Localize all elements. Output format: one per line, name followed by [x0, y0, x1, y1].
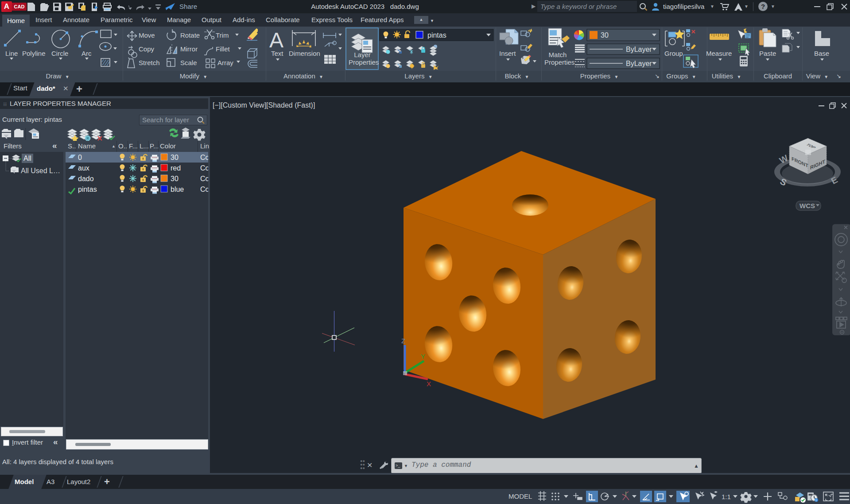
- svg-text:aux: aux: [78, 164, 89, 172]
- svg-text:Co…: Co…: [200, 186, 208, 193]
- svg-text:0: 0: [78, 154, 82, 161]
- svg-text:ByLayer: ByLayer: [626, 46, 652, 53]
- svg-text:ByLayer: ByLayer: [626, 60, 652, 67]
- svg-text:Co…: Co…: [200, 175, 208, 182]
- svg-text:X: X: [427, 380, 431, 388]
- svg-text:Z: Z: [401, 337, 405, 345]
- svg-text:WCS: WCS: [800, 202, 815, 209]
- svg-text:pintas: pintas: [78, 186, 97, 193]
- svg-text:All: All: [23, 155, 31, 162]
- svg-text:All Used L…: All Used L…: [21, 167, 60, 174]
- svg-text:Co…: Co…: [200, 164, 208, 172]
- svg-text:Y: Y: [421, 353, 425, 360]
- svg-text:30: 30: [601, 31, 609, 39]
- svg-text:Co…: Co…: [200, 154, 208, 161]
- svg-text:A: A: [269, 28, 283, 52]
- svg-text:red: red: [171, 164, 181, 172]
- svg-text:30: 30: [171, 175, 179, 182]
- svg-text:1:1: 1:1: [722, 493, 731, 500]
- svg-text:blue: blue: [171, 186, 184, 193]
- svg-text:dado: dado: [78, 175, 94, 182]
- svg-text:i: i: [816, 498, 817, 502]
- svg-text:pintas: pintas: [427, 31, 446, 39]
- svg-text:30: 30: [171, 154, 179, 161]
